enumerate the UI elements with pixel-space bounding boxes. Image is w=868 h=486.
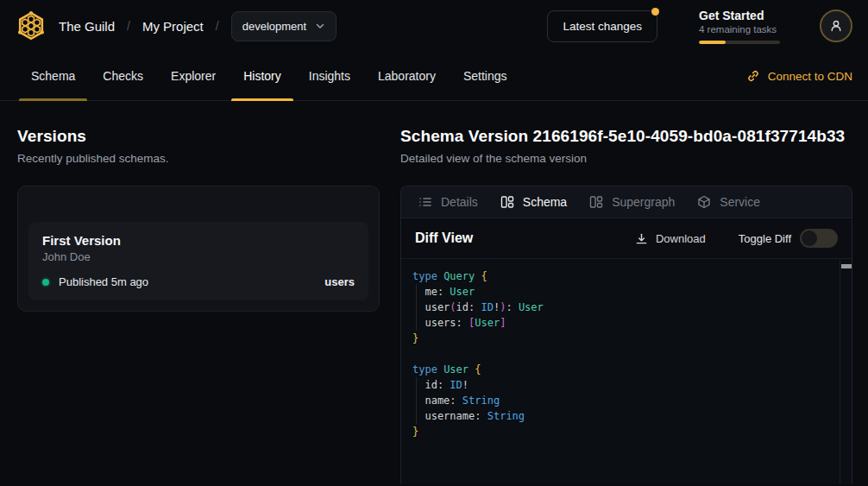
notification-dot (651, 8, 659, 16)
tab-underline (19, 98, 87, 101)
published-status-dot (42, 279, 49, 286)
progress-fill (699, 41, 726, 44)
toggle-diff-switch[interactable] (800, 229, 838, 248)
version-author: John Doe (42, 250, 355, 263)
tab-details[interactable]: Details (418, 195, 478, 209)
app-header: The Guild / My Project / development Lat… (0, 0, 868, 52)
versions-card: First Version John Doe Published 5m ago … (17, 186, 380, 312)
tab-supergraph[interactable]: Supergraph (589, 195, 675, 209)
tab-underline-active (231, 98, 293, 101)
download-icon (635, 232, 648, 245)
main-content: Versions Recently published schemas. Fir… (0, 101, 868, 484)
layout-columns-icon (500, 195, 514, 209)
schema-version-section: Schema Version 2166196f-5e10-4059-bd0a-0… (400, 101, 868, 484)
nav-tab-laboratory[interactable]: Laboratory (366, 52, 448, 100)
tab-service[interactable]: Service (697, 195, 760, 209)
nav-tab-explorer[interactable]: Explorer (159, 52, 228, 100)
switch-knob (802, 230, 817, 246)
breadcrumb-separator: / (216, 19, 219, 33)
link-icon (746, 69, 760, 83)
user-avatar[interactable] (820, 9, 852, 42)
get-started-widget[interactable]: Get Started 4 remaining tasks (699, 9, 780, 44)
code-content[interactable]: type Query { me: User user(id: ID!): Use… (401, 259, 838, 484)
nav-tab-insights[interactable]: Insights (297, 52, 362, 100)
schema-version-title: Schema Version 2166196f-5e10-4059-bd0a-0… (400, 127, 852, 146)
guild-logo-icon[interactable] (16, 10, 47, 41)
diff-actions: Download Toggle Diff (635, 229, 838, 248)
versions-title: Versions (17, 127, 380, 146)
diff-view-header: Diff View Download Toggle Diff (401, 218, 852, 259)
nav-tab-schema[interactable]: Schema (19, 52, 87, 100)
version-name: First Version (42, 233, 355, 248)
list-icon (418, 195, 432, 209)
nav-tab-history[interactable]: History (231, 52, 293, 100)
nav-tab-checks[interactable]: Checks (91, 52, 155, 100)
latest-changes-button[interactable]: Latest changes (547, 10, 657, 42)
chevron-down-icon (315, 21, 325, 31)
version-status-row: Published 5m ago users (42, 275, 355, 288)
version-list-item[interactable]: First Version John Doe Published 5m ago … (28, 222, 368, 300)
get-started-progressbar (699, 41, 780, 44)
detail-tabbar: Details Schema (401, 186, 852, 218)
nav-tabs: Schema Checks Explorer History Insights … (19, 52, 519, 100)
target-selector[interactable]: development (231, 11, 337, 41)
versions-subtitle: Recently published schemas. (17, 152, 380, 165)
get-started-title: Get Started (699, 9, 780, 22)
breadcrumb: The Guild / My Project / (59, 19, 219, 34)
target-selector-value: development (242, 20, 306, 33)
primary-nav: Schema Checks Explorer History Insights … (0, 52, 868, 101)
get-started-subtitle: 4 remaining tasks (699, 24, 780, 35)
nav-tab-settings[interactable]: Settings (451, 52, 519, 100)
person-icon (828, 18, 844, 34)
toggle-diff-label: Toggle Diff (739, 232, 791, 245)
code-scrollbar[interactable] (840, 259, 852, 484)
version-service-badge: users (324, 275, 355, 288)
breadcrumb-org[interactable]: The Guild (59, 19, 115, 34)
code-scrollbar-thumb[interactable] (841, 264, 852, 268)
connect-to-cdn-label: Connect to CDN (768, 70, 852, 83)
versions-section: Versions Recently published schemas. Fir… (0, 101, 400, 312)
schema-code-viewer: type Query { me: User user(id: ID!): Use… (401, 259, 852, 484)
breadcrumb-separator: / (127, 19, 130, 33)
layout-columns-icon (589, 195, 603, 209)
version-status: Published 5m ago (59, 275, 148, 288)
schema-detail-panel: Details Schema (400, 186, 852, 484)
tab-schema[interactable]: Schema (500, 195, 567, 209)
cube-icon (697, 195, 711, 209)
latest-changes-label: Latest changes (563, 20, 642, 33)
diff-view-title: Diff View (415, 230, 473, 246)
connect-to-cdn-link[interactable]: Connect to CDN (746, 52, 852, 100)
download-button[interactable]: Download (635, 232, 706, 245)
schema-version-subtitle: Detailed view of the schema version (400, 152, 852, 165)
breadcrumb-project[interactable]: My Project (142, 19, 204, 34)
